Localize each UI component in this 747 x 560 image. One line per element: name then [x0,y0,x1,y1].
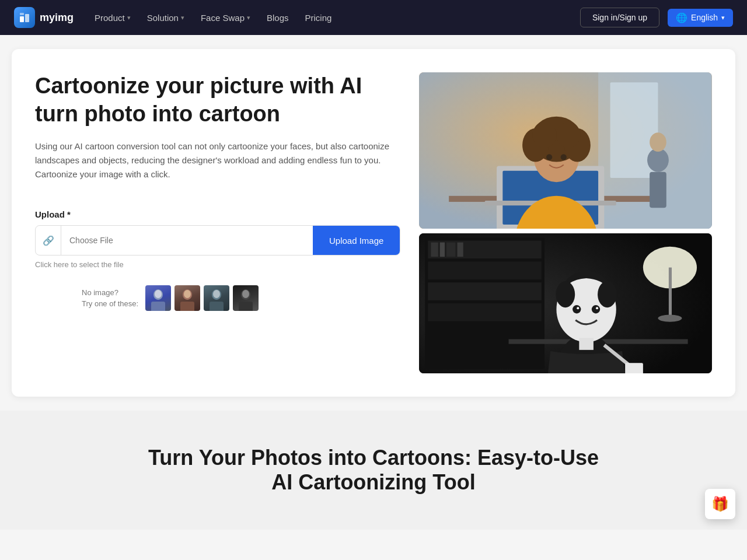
svg-point-57 [596,307,598,309]
content-card: Cartoonize your picture with AI turn pho… [12,49,735,397]
svg-point-53 [598,281,617,307]
svg-point-32 [650,132,667,152]
svg-point-27 [533,122,557,148]
svg-point-14 [242,290,249,298]
svg-rect-1 [25,14,29,22]
svg-point-52 [556,281,575,307]
left-panel: Cartoonize your picture with AI turn pho… [35,72,400,311]
svg-point-55 [592,305,600,313]
floating-gift-button[interactable]: 🎁 [705,489,735,519]
sample-images [145,285,259,311]
below-title: Turn Your Photos into Cartoons: Easy-to-… [140,446,607,495]
below-section: Turn Your Photos into Cartoons: Easy-to-… [0,411,747,530]
svg-point-56 [577,307,580,309]
svg-rect-39 [428,303,542,321]
logo-icon [14,7,35,28]
lang-chevron-icon: ▾ [721,14,725,22]
main-wrapper: Cartoonize your picture with AI turn pho… [0,35,747,411]
sample-thumb-3[interactable] [204,285,229,311]
logo[interactable]: myimg [14,7,74,28]
sample-thumb-1[interactable] [145,285,171,311]
svg-rect-37 [428,261,542,279]
signin-button[interactable]: Sign in/Sign up [580,8,659,27]
svg-point-54 [573,305,581,313]
svg-point-8 [184,290,191,298]
sample-thumb-4[interactable] [233,285,259,311]
hero-title: Cartoonize your picture with AI turn pho… [35,72,400,128]
solution-chevron-icon: ▾ [181,14,184,22]
nav-solution-label: Solution [147,13,179,23]
no-image-label: No image? [82,287,138,299]
svg-point-29 [546,154,552,160]
nav-item-product[interactable]: Product ▾ [88,8,138,27]
svg-rect-36 [428,241,542,259]
svg-rect-33 [650,172,667,208]
link-icon: 🔗 [36,226,61,255]
nav-item-blogs[interactable]: Blogs [260,8,296,27]
nav-item-faceswap[interactable]: Face Swap ▾ [194,8,257,27]
svg-point-5 [155,290,162,298]
sample-thumb-2[interactable] [174,285,200,311]
language-selector[interactable]: 🌐 English ▾ [668,9,733,27]
hero-description: Using our AI cartoon conversion tool can… [35,139,400,181]
lang-label: English [691,13,718,22]
preview-image-top [419,72,712,229]
svg-point-30 [561,154,567,160]
file-input[interactable] [61,236,313,245]
svg-rect-50 [626,363,644,373]
upload-label: Upload * [35,209,400,219]
right-panel [419,72,712,373]
svg-rect-10 [210,302,224,311]
svg-rect-40 [431,243,438,257]
sample-row: No image? Try one of these: [35,285,400,311]
try-these-label: Try one of these: [82,298,138,310]
nav-blogs-label: Blogs [267,13,289,23]
svg-point-46 [658,314,682,321]
preview-image-bottom [419,233,712,373]
svg-point-31 [647,148,669,172]
globe-icon: 🌐 [676,12,687,23]
svg-rect-13 [239,302,253,311]
svg-rect-41 [440,243,445,257]
upload-section: Upload * 🔗 Upload Image Click here to se… [35,209,400,269]
svg-rect-58 [580,338,594,349]
navbar: myimg Product ▾ Solution ▾ Face Swap ▾ B… [0,0,747,35]
svg-rect-7 [180,302,194,311]
svg-rect-45 [669,268,672,316]
svg-rect-4 [151,302,165,311]
svg-rect-43 [458,243,463,257]
svg-rect-2 [20,13,24,15]
svg-rect-38 [428,282,542,300]
nav-product-label: Product [95,13,125,23]
logo-text: myimg [40,12,74,24]
upload-row: 🔗 Upload Image [35,225,400,256]
gift-icon: 🎁 [711,496,729,512]
nav-pricing-label: Pricing [305,13,332,23]
svg-rect-42 [446,243,455,257]
svg-point-11 [213,290,220,298]
nav-item-solution[interactable]: Solution ▾ [140,8,191,27]
upload-hint[interactable]: Click here to select the file [35,260,400,269]
svg-rect-0 [20,16,24,22]
upload-image-button[interactable]: Upload Image [313,226,400,255]
nav-item-pricing[interactable]: Pricing [298,8,339,27]
product-chevron-icon: ▾ [127,14,131,22]
faceswap-chevron-icon: ▾ [247,14,250,22]
svg-point-28 [557,122,581,148]
nav-faceswap-label: Face Swap [201,13,245,23]
sample-labels: No image? Try one of these: [82,287,138,310]
